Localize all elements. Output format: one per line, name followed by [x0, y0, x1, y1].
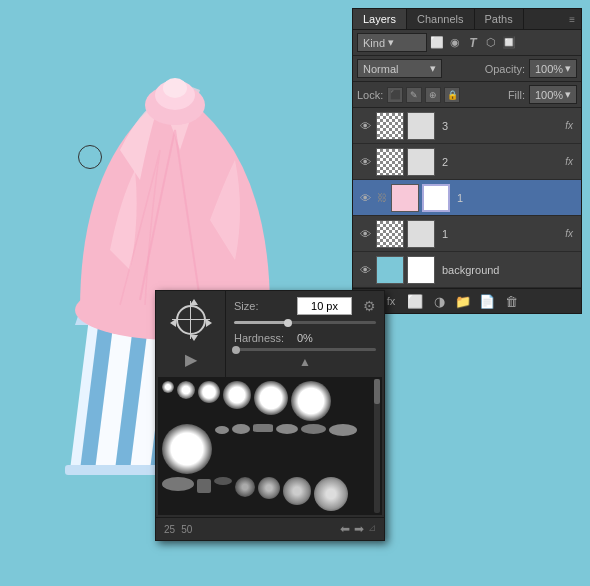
brush-swatch[interactable]: [276, 424, 298, 434]
layer-row[interactable]: 👁 2 fx: [353, 144, 581, 180]
brush-swatch[interactable]: [215, 426, 229, 434]
brush-swatch[interactable]: [254, 381, 288, 415]
opacity-input[interactable]: 100% ▾: [529, 59, 577, 78]
filter-adjust-icon[interactable]: ◉: [447, 35, 463, 51]
layer-row-background[interactable]: 👁 background: [353, 252, 581, 288]
brush-swatch[interactable]: [314, 477, 348, 511]
filter-type-icon[interactable]: T: [465, 35, 481, 51]
svg-point-5: [163, 78, 187, 98]
brush-popup-inner: ▶ Size: ⚙ Hardness: 0%: [156, 291, 384, 377]
brush-swatch[interactable]: [162, 381, 174, 393]
brush-tool-icon-2[interactable]: ➡: [354, 522, 364, 536]
tab-channels[interactable]: Channels: [407, 9, 474, 29]
target-arrow-down: [190, 335, 198, 341]
brush-tool-icon-1[interactable]: ⬅: [340, 522, 350, 536]
opacity-label: Opacity:: [485, 63, 525, 75]
fill-label: Fill:: [508, 89, 525, 101]
brush-size-num-2[interactable]: 50: [181, 524, 192, 535]
opacity-chevron-icon: ▾: [565, 62, 571, 75]
brush-swatch[interactable]: [162, 477, 194, 491]
brush-swatch[interactable]: [232, 424, 250, 434]
filter-smart-icon[interactable]: 🔲: [501, 35, 517, 51]
layer-thumbnail: [376, 112, 404, 140]
brush-swatch[interactable]: [258, 477, 280, 499]
fill-chevron-icon: ▾: [565, 88, 571, 101]
hardness-slider-thumb: [232, 346, 240, 354]
visibility-toggle[interactable]: 👁: [357, 262, 373, 278]
new-group-button[interactable]: 📁: [453, 292, 473, 310]
brush-target-icon: [171, 300, 211, 340]
brush-hardness-value: 0%: [297, 332, 337, 344]
lock-fill-row: Lock: ⬛ ✎ ⊕ 🔒 Fill: 100% ▾: [353, 82, 581, 108]
panel-tabs: Layers Channels Paths ≡: [353, 9, 581, 30]
lock-position-button[interactable]: ✎: [406, 87, 422, 103]
layer-name: 1: [453, 192, 577, 204]
brush-swatch[interactable]: [283, 477, 311, 505]
layer-thumbnail: [376, 220, 404, 248]
brush-size-num-1[interactable]: 25: [164, 524, 175, 535]
visibility-toggle[interactable]: 👁: [357, 226, 373, 242]
new-adjustment-button[interactable]: ◑: [429, 292, 449, 310]
chevron-down-icon: ▾: [388, 36, 394, 49]
brush-size-arrow[interactable]: ▶: [185, 350, 197, 369]
brush-size-input[interactable]: [297, 297, 352, 315]
blend-mode-dropdown[interactable]: Normal ▾: [357, 59, 442, 78]
brush-swatch[interactable]: [197, 479, 211, 493]
visibility-toggle[interactable]: 👁: [357, 190, 373, 206]
layer-row[interactable]: 👁 1 fx: [353, 216, 581, 252]
brush-cursor: [78, 145, 102, 169]
brush-size-row: Size: ⚙: [226, 291, 384, 321]
brush-swatch[interactable]: [253, 424, 273, 432]
brush-settings-icon[interactable]: ⚙: [363, 298, 376, 314]
brush-swatch[interactable]: [198, 381, 220, 403]
layer-name: 1: [438, 228, 562, 240]
brush-hardness-slider[interactable]: ▲: [226, 348, 384, 377]
tab-paths[interactable]: Paths: [475, 9, 524, 29]
panel-collapse-button[interactable]: ≡: [563, 10, 581, 29]
brush-hardness-row: Hardness: 0%: [226, 328, 384, 348]
layer-row[interactable]: 👁 3 fx: [353, 108, 581, 144]
brush-swatch[interactable]: [162, 424, 212, 474]
brush-swatches-grid: [158, 377, 382, 515]
tab-layers[interactable]: Layers: [353, 9, 407, 29]
brush-popup: ▶ Size: ⚙ Hardness: 0%: [155, 290, 385, 541]
lock-all-button[interactable]: 🔒: [444, 87, 460, 103]
filter-shape-icon[interactable]: ⬡: [483, 35, 499, 51]
visibility-toggle[interactable]: 👁: [357, 118, 373, 134]
lock-pixels-button[interactable]: ⬛: [387, 87, 403, 103]
brush-popup-resize-icon[interactable]: ⊿: [368, 522, 376, 536]
link-icon: ⛓: [376, 190, 388, 206]
brush-scrollbar-thumb: [374, 379, 380, 404]
brush-swatch[interactable]: [235, 477, 255, 497]
brush-swatch[interactable]: [291, 381, 331, 421]
opacity-value: 100%: [535, 63, 563, 75]
blend-chevron-icon: ▾: [430, 62, 436, 75]
lock-icons-group: ⬛ ✎ ⊕ 🔒: [387, 87, 460, 103]
brush-bottom-icons: ⬅ ➡ ⊿: [340, 522, 376, 536]
kind-toolbar: Kind ▾ ⬜ ◉ T ⬡ 🔲: [353, 30, 581, 56]
brush-swatch[interactable]: [214, 477, 232, 485]
brush-swatch[interactable]: [301, 424, 326, 434]
new-layer-button[interactable]: 📄: [477, 292, 497, 310]
kind-dropdown[interactable]: Kind ▾: [357, 33, 427, 52]
brush-swatch[interactable]: [223, 381, 251, 409]
layers-panel: Layers Channels Paths ≡ Kind ▾ ⬜ ◉ T ⬡ 🔲…: [352, 8, 582, 314]
layer-thumbnail: [391, 184, 419, 212]
filter-pixel-icon[interactable]: ⬜: [429, 35, 445, 51]
size-slider-thumb: [284, 319, 292, 327]
target-arrow-right: [206, 319, 212, 327]
layer-thumbnail: [376, 148, 404, 176]
fill-input[interactable]: 100% ▾: [529, 85, 577, 104]
delete-layer-button[interactable]: 🗑: [501, 292, 521, 310]
layer-row-selected[interactable]: 👁 ⛓ 1: [353, 180, 581, 216]
add-mask-button[interactable]: ⬜: [405, 292, 425, 310]
brush-scrollbar[interactable]: [374, 379, 380, 513]
panel-bottom-toolbar: 🔗 fx ⬜ ◑ 📁 📄 🗑: [353, 288, 581, 313]
visibility-toggle[interactable]: 👁: [357, 154, 373, 170]
brush-swatch[interactable]: [329, 424, 357, 436]
lock-transform-button[interactable]: ⊕: [425, 87, 441, 103]
brush-size-slider[interactable]: [226, 321, 384, 328]
brush-bottom-row: 25 50 ⬅ ➡ ⊿: [156, 517, 384, 540]
brush-swatch[interactable]: [177, 381, 195, 399]
layer-name: 3: [438, 120, 562, 132]
